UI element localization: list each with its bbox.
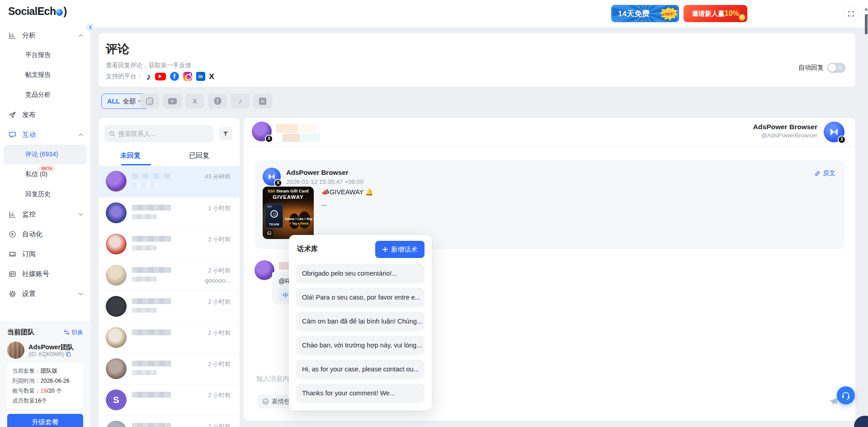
beta-badge: BETA (39, 165, 55, 172)
copy-icon[interactable] (66, 352, 71, 357)
contact-time: 2 小时前 (208, 422, 231, 427)
sidebar-item-subscription[interactable]: 订阅 (0, 244, 90, 264)
contact-list-item[interactable]: 43 分钟前 (99, 166, 240, 197)
script-item[interactable]: Chào bạn, với trường hợp này, vui lòng..… (296, 336, 425, 355)
contact-list: 43 分钟前 1 小时前 2 小时前 2 小时前 gooooo... 2 小时前 (99, 166, 240, 427)
main-content: 评论 查看回复评论，获取第一手反馈 支持的平台： ♪ f in X 自动回复 关… (90, 28, 868, 427)
chat-bubble-icon (8, 131, 16, 139)
account-handle: @AdsPowerBrowser (753, 132, 817, 139)
tab-unreplied[interactable]: 未回复 (120, 151, 141, 160)
contact-avatar (106, 171, 127, 192)
switch-team-link[interactable]: 切换 (64, 328, 83, 337)
plan-value: 团队版 (41, 368, 58, 374)
contact-avatar: X (252, 122, 272, 141)
steam-gift-card-graphic: $50 TEAM (265, 204, 283, 228)
contact-list-item[interactable]: 1 小时前 (99, 197, 240, 228)
tiktok-icon: ♪ (238, 98, 242, 105)
script-item[interactable]: Thanks for your comment! We... (296, 384, 425, 403)
toggle-state-label: 关 (837, 65, 842, 71)
sidebar-item-comments[interactable]: 评论 (6934) (4, 145, 87, 164)
contact-list-item[interactable]: S 2 小时前 (99, 384, 240, 415)
x-platform-badge: X (265, 135, 273, 143)
sidebar-item-platform-report[interactable]: 平台报告 (0, 45, 90, 65)
contact-search-input[interactable] (118, 130, 200, 137)
chevron-down-icon (78, 292, 83, 296)
supported-platforms-label: 支持的平台： (106, 72, 142, 80)
sidebar-item-direct-messages[interactable]: 私信 (0) BETA (0, 164, 90, 184)
tab-replied[interactable]: 已回复 (189, 151, 209, 160)
adspower-account-avatar: X (824, 122, 844, 142)
view-original-link[interactable]: 原文 (814, 169, 835, 178)
script-item[interactable]: Olá! Para o seu caso, por favor entre e.… (296, 288, 425, 307)
contact-filter-button[interactable] (219, 127, 232, 141)
upgrade-plan-button[interactable]: 升级套餐 (7, 414, 83, 427)
fullscreen-button[interactable] (843, 5, 859, 22)
post-image-steam-giveaway[interactable]: $50 Steam Gift Card GIVEAWAY $50 TEAM Fo… (263, 187, 314, 239)
sidebar-item-label: 回复历史 (25, 190, 51, 198)
add-script-button[interactable]: 新增话术 (375, 241, 425, 258)
sidebar-item-interaction[interactable]: 互动 (0, 125, 90, 145)
popup-title: 话术库 (297, 244, 318, 254)
sidebar-item-label: 平台报告 (25, 51, 51, 59)
sidebar-item-reply-history[interactable]: 回复历史 (0, 184, 90, 204)
scrollbar-thumb[interactable] (865, 14, 868, 34)
contact-avatar (106, 234, 127, 254)
contact-list-item[interactable]: 2 小时前 (99, 415, 240, 427)
youtube-icon (168, 98, 177, 104)
sidebar-item-competitor-analysis[interactable]: 竞品分析 (0, 85, 90, 105)
contact-list-item[interactable]: 2 小时前 (99, 291, 240, 322)
sidebar-item-label: 竞品分析 (25, 91, 51, 99)
filter-x-button[interactable]: X (185, 94, 204, 108)
contact-list-item[interactable]: 2 小时前 (99, 353, 240, 384)
contact-list-item[interactable]: 2 小时前 gooooo... (99, 259, 240, 291)
post-caption: 📣GIVEAWAY 🔔 (321, 188, 373, 196)
customer-support-button[interactable] (837, 386, 855, 404)
filter-youtube-button[interactable] (163, 94, 182, 108)
sidebar-item-settings[interactable]: 设置 (0, 284, 90, 304)
script-item[interactable]: Hi, as for your case, please contact ou.… (296, 360, 425, 379)
sidebar-item-label: 订阅 (22, 250, 36, 258)
sidebar-item-label: 帖文报告 (25, 71, 51, 79)
script-item[interactable]: Obrigado pelo seu comentário!... (296, 264, 425, 283)
script-item[interactable]: Cảm ơn bạn đã để lại bình luận! Chúng... (296, 312, 425, 331)
funnel-icon (222, 131, 229, 137)
auto-reply-label: 自动回复 (798, 64, 824, 72)
chevron-up-icon (78, 133, 83, 136)
filter-tiktok-button[interactable]: ♪ (231, 94, 250, 108)
sidebar-item-automation[interactable]: 自动化 (0, 224, 90, 244)
team-heading: 当前团队 (7, 328, 34, 337)
play-circle-icon (8, 230, 16, 238)
plan-info-box: 当前套餐：团队版 到期时间：2026-06-26 账号数量：19/20 个 成员… (7, 363, 83, 409)
bar-chart-icon (8, 210, 16, 218)
chevron-left-icon (89, 25, 92, 29)
filter-facebook-button[interactable]: f (208, 94, 227, 108)
filter-linkedin-button[interactable]: in (253, 94, 272, 108)
contact-list-item[interactable]: 2 小时前 (99, 228, 240, 259)
post-caption-ellipsis[interactable]: ... (321, 200, 327, 207)
sidebar-collapse-button[interactable] (86, 23, 94, 32)
expire-date: 2026-06-26 (41, 378, 70, 384)
scrollbar-up-arrow[interactable] (865, 8, 868, 10)
sidebar-item-post-report[interactable]: 帖文报告 (0, 65, 90, 85)
auto-reply-toggle[interactable]: 关 (827, 63, 845, 73)
page-subtitle: 查看回复评论，获取第一手反馈 (106, 61, 191, 70)
contact-list-item[interactable]: 2 小时前 (99, 322, 240, 353)
x-platform-badge: X (274, 179, 282, 187)
youtube-icon (155, 73, 166, 80)
invite-promo-banner[interactable]: 邀请新人赢 10% (684, 5, 747, 22)
contact-search[interactable] (104, 125, 214, 142)
free-trial-promo-banner[interactable]: 14天免费 FREE! (611, 5, 679, 22)
filter-instagram-button[interactable] (140, 94, 159, 108)
sidebar-item-monitoring[interactable]: 监控 (0, 204, 90, 224)
contact-time: 2 小时前 (208, 267, 231, 275)
sidebar-item-label: 互动 (22, 131, 36, 139)
post-author-name: AdsPower Browser (286, 169, 349, 176)
sidebar-item-social-accounts[interactable]: 社媒账号 (0, 264, 90, 284)
sidebar-item-publish[interactable]: 发布 (0, 105, 90, 125)
contact-avatar (106, 421, 127, 427)
message-input[interactable]: 输入消息内 (256, 375, 289, 383)
facebook-icon: f (170, 72, 179, 81)
sidebar-item-analytics[interactable]: 分析 (0, 25, 90, 45)
sidebar-item-label: 自动化 (22, 230, 42, 239)
accounts-used: 19 (41, 388, 47, 394)
